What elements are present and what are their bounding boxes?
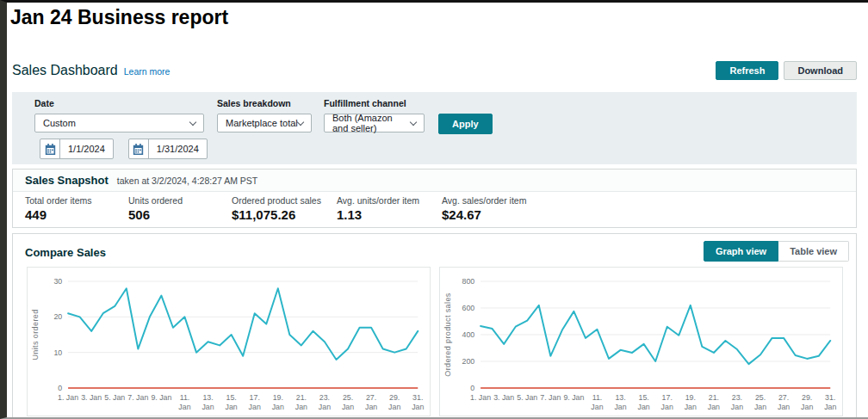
metric-avg-units-per-order-item: Avg. units/order item 1.13 (337, 195, 442, 222)
svg-text:1. Jan: 1. Jan (58, 393, 78, 402)
svg-text:Jan: Jan (778, 403, 790, 411)
end-date-input[interactable]: 1/31/2024 (128, 139, 208, 159)
snapshot-metrics: Total order items 449 Units ordered 506 … (13, 192, 856, 227)
dashboard-title-row: Sales Dashboard Learn more (12, 63, 170, 78)
svg-text:19.: 19. (685, 393, 696, 402)
svg-text:21.: 21. (709, 393, 719, 402)
svg-text:5. Jan: 5. Jan (517, 393, 537, 402)
date-range-select-value: Custom (43, 118, 76, 128)
metric-units-ordered: Units ordered 506 (128, 195, 232, 222)
svg-text:31.: 31. (412, 393, 423, 402)
svg-text:3. Jan: 3. Jan (81, 393, 102, 402)
calendar-icon (40, 139, 60, 158)
sales-breakdown-label: Sales breakdown (217, 98, 312, 108)
svg-text:15.: 15. (639, 393, 649, 402)
svg-text:10: 10 (53, 348, 62, 357)
svg-text:Jan: Jan (178, 403, 190, 411)
compare-sales-title: Compare Sales (25, 246, 106, 259)
sales-snapshot-header: Sales Snapshot taken at 3/2/2024, 4:28:2… (13, 169, 856, 192)
date-filter-group: Date Custom 1/1/2024 (34, 98, 204, 161)
metric-avg-sales-per-order-item: Avg. sales/order item $24.67 (442, 195, 526, 222)
svg-text:Jan: Jan (412, 403, 424, 411)
fulfillment-channel-select[interactable]: Both (Amazon and seller) (324, 114, 425, 132)
svg-text:Jan: Jan (708, 403, 720, 411)
svg-text:20: 20 (53, 312, 62, 321)
svg-text:17.: 17. (250, 393, 260, 402)
sales-breakdown-filter-group: Sales breakdown Marketplace total (217, 98, 312, 132)
svg-text:7. Jan: 7. Jan (540, 393, 561, 402)
sales-breakdown-select-value: Marketplace total (226, 118, 298, 128)
svg-text:27.: 27. (366, 393, 376, 402)
svg-text:Jan: Jan (388, 403, 400, 411)
svg-text:13.: 13. (202, 393, 213, 402)
chevron-down-icon (189, 118, 196, 125)
ordered-product-sales-chart: 02004006008001. Jan3. Jan5. Jan7. Jan9. … (439, 267, 843, 416)
snapshot-timestamp: taken at 3/2/2024, 4:28:27 AM PST (117, 176, 257, 186)
svg-text:600: 600 (462, 304, 474, 312)
svg-text:Jan: Jan (295, 403, 307, 411)
svg-text:Jan: Jan (685, 403, 697, 411)
filter-panel: Date Custom 1/1/2024 (12, 92, 857, 164)
svg-text:29.: 29. (802, 393, 812, 402)
svg-text:Jan: Jan (801, 403, 813, 411)
metric-ordered-product-sales: Ordered product sales $11,075.26 (232, 195, 337, 222)
page-title: Sales Dashboard (12, 63, 118, 78)
learn-more-link[interactable]: Learn more (124, 66, 170, 77)
svg-text:Jan: Jan (731, 403, 743, 411)
compare-sales-panel: Compare Sales Graph view Table view 0102… (12, 233, 857, 419)
view-toggle: Graph view Table view (704, 241, 849, 262)
svg-text:11.: 11. (592, 393, 603, 402)
svg-text:Jan: Jan (824, 403, 836, 411)
svg-text:5. Jan: 5. Jan (104, 393, 125, 402)
report-title: Jan 24 Business report (7, 3, 868, 29)
svg-text:27.: 27. (778, 393, 789, 402)
svg-text:Jan: Jan (614, 403, 626, 411)
svg-text:7. Jan: 7. Jan (127, 393, 148, 402)
fulfillment-channel-label: Fulfillment channel (324, 98, 425, 108)
svg-text:0: 0 (470, 384, 474, 392)
svg-text:29.: 29. (389, 393, 400, 402)
calendar-icon (129, 139, 149, 158)
svg-text:11.: 11. (180, 393, 190, 402)
date-range-select[interactable]: Custom (34, 114, 204, 132)
svg-text:19.: 19. (273, 393, 283, 402)
fulfillment-channel-filter-group: Fulfillment channel Both (Amazon and sel… (324, 98, 425, 132)
svg-text:13.: 13. (615, 393, 625, 402)
svg-text:400: 400 (462, 330, 474, 339)
svg-text:Jan: Jan (342, 403, 354, 411)
apply-button[interactable]: Apply (438, 114, 493, 134)
svg-text:Jan: Jan (272, 403, 284, 411)
svg-text:9. Jan: 9. Jan (563, 393, 584, 402)
sales-breakdown-select[interactable]: Marketplace total (217, 114, 312, 132)
graph-view-button[interactable]: Graph view (704, 241, 778, 262)
start-date-input[interactable]: 1/1/2024 (40, 139, 114, 159)
charts-row: 01020301. Jan3. Jan5. Jan7. Jan9. Jan11.… (13, 262, 856, 416)
date-inputs-row: 1/1/2024 1/31/2024 (40, 139, 204, 159)
svg-text:Jan: Jan (638, 403, 650, 411)
svg-text:15.: 15. (226, 393, 237, 402)
svg-text:800: 800 (462, 277, 474, 286)
svg-text:3. Jan: 3. Jan (493, 393, 514, 402)
svg-text:9. Jan: 9. Jan (151, 393, 171, 402)
content: Sales Dashboard Learn more Refresh Downl… (7, 60, 868, 419)
chevron-down-icon (297, 118, 304, 125)
svg-text:Jan: Jan (249, 403, 261, 411)
start-date-value: 1/1/2024 (60, 144, 113, 154)
svg-text:Jan: Jan (591, 403, 603, 411)
download-button[interactable]: Download (784, 61, 857, 80)
svg-text:23.: 23. (319, 393, 330, 402)
svg-text:0: 0 (58, 384, 62, 392)
metric-total-order-items: Total order items 449 (25, 195, 128, 222)
svg-text:Units ordered: Units ordered (31, 309, 40, 360)
svg-text:25.: 25. (343, 393, 353, 402)
svg-text:Jan: Jan (319, 403, 331, 411)
svg-text:Jan: Jan (661, 403, 673, 411)
refresh-button[interactable]: Refresh (716, 61, 778, 80)
chevron-down-icon (410, 118, 417, 125)
sales-snapshot-title: Sales Snapshot (25, 174, 108, 187)
svg-text:31.: 31. (825, 393, 835, 402)
end-date-value: 1/31/2024 (149, 144, 207, 154)
table-view-button[interactable]: Table view (778, 241, 849, 262)
dashboard-actions: Refresh Download (716, 61, 857, 80)
svg-text:Jan: Jan (202, 403, 214, 411)
